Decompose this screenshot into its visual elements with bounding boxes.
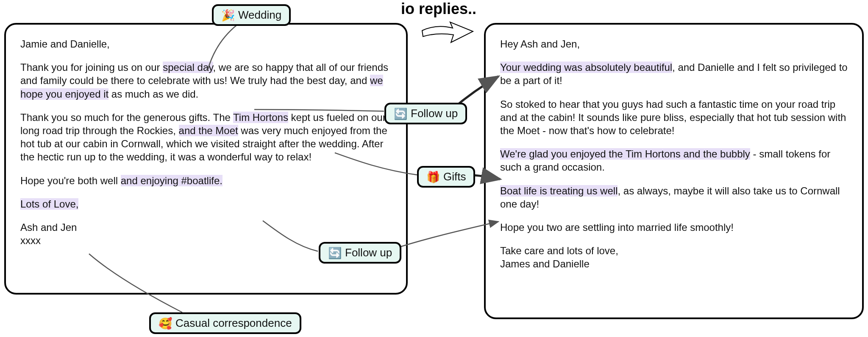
right-para-1: Your wedding was absolutely beautiful, a… [500, 61, 848, 87]
text: Take care and lots of love, [500, 245, 618, 256]
refresh-icon: 🔄 [328, 247, 342, 258]
left-greeting: Jamie and Danielle, [20, 37, 392, 51]
right-para-3: We're glad you enjoyed the Tim Hortons a… [500, 147, 848, 174]
right-para-5: Hope you two are settling into married l… [500, 221, 848, 234]
text: xxxx [20, 235, 41, 246]
highlight-boat-life-well: Boat life is treating us well [500, 185, 618, 197]
highlight-moet: and the Moet [179, 125, 238, 136]
right-signature: Take care and lots of love, James and Da… [500, 244, 848, 270]
right-para-2: So stoked to hear that you guys had such… [500, 98, 848, 138]
tag-follow-up-1: 🔄 Follow up [384, 103, 467, 124]
highlight-special-day: special day [163, 62, 213, 73]
smiling-hearts-icon: 🥰 [159, 318, 172, 329]
tag-wedding: 🎉 Wedding [212, 4, 291, 26]
highlight-boatlife: and enjoying #boatlife. [121, 175, 223, 186]
tag-label: Follow up [411, 107, 458, 120]
tag-label: Follow up [345, 246, 392, 259]
gift-icon: 🎁 [426, 171, 440, 183]
text: Hope you're both well [20, 175, 121, 186]
tag-casual-correspondence: 🥰 Casual correspondence [149, 312, 301, 334]
tag-gifts: 🎁 Gifts [417, 166, 475, 188]
left-para-2: Thank you so much for the generous gifts… [20, 111, 392, 164]
highlight-wedding-beautiful: Your wedding was absolutely beautiful [500, 62, 672, 73]
tag-label: Gifts [443, 170, 466, 183]
text: Ash and Jen [20, 222, 77, 233]
text: Thank you for joining us on our [20, 62, 163, 73]
left-para-3: Hope you're both well and enjoying #boat… [20, 174, 392, 187]
reply-email-card: Hey Ash and Jen, Your wedding was absolu… [484, 23, 864, 319]
highlight-tim-hortons: Tim Hortons [233, 112, 288, 123]
party-popper-icon: 🎉 [221, 10, 235, 21]
diagram-canvas: io replies.. Jamie and Danielle, Thank y… [0, 0, 868, 337]
highlight-lots-of-love: Lots of Love, [20, 198, 78, 210]
tag-follow-up-2: 🔄 Follow up [319, 242, 401, 264]
text: Thank you so much for the generous gifts… [20, 112, 233, 123]
highlight-glad-enjoyed: We're glad you enjoyed the Tim Hortons a… [500, 148, 750, 160]
tag-label: Wedding [238, 8, 281, 22]
refresh-icon: 🔄 [394, 108, 407, 119]
hero-partial-text: io replies.. [401, 0, 476, 18]
left-para-1: Thank you for joining us on our special … [20, 61, 392, 101]
right-greeting: Hey Ash and Jen, [500, 37, 848, 51]
text: as much as we did. [108, 88, 198, 100]
tag-label: Casual correspondence [175, 317, 292, 330]
left-para-4: Lots of Love, [20, 197, 392, 211]
arrow-icon [420, 20, 474, 44]
text: James and Danielle [500, 258, 590, 270]
right-para-4: Boat life is treating us well, as always… [500, 184, 848, 211]
